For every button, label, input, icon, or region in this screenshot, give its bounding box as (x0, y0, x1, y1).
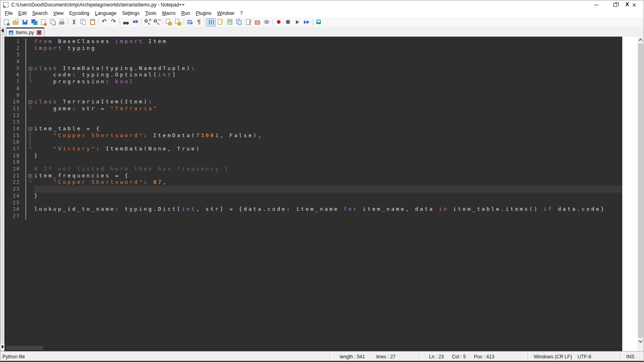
cut-button[interactable] (69, 18, 78, 27)
line-text[interactable]: from BaseClasses import Item (34, 38, 622, 45)
menu-help[interactable]: ? (237, 10, 246, 17)
line-text[interactable] (34, 139, 622, 146)
zoom-in-button[interactable] (142, 18, 152, 27)
dock-splitter-rail[interactable] (0, 27, 4, 351)
macro-record-button[interactable] (274, 18, 283, 27)
status-insert-mode[interactable]: INS (620, 353, 644, 361)
line-text[interactable]: } (34, 193, 622, 200)
code-editor[interactable]: 1from BaseClasses import Item2import typ… (4, 37, 622, 345)
line-text[interactable] (34, 58, 622, 65)
save-file-button[interactable] (20, 18, 29, 27)
line-text[interactable] (34, 92, 622, 99)
document-list-button[interactable] (234, 18, 244, 27)
code-line-27: 27 (4, 213, 622, 220)
fold-collapse-icon[interactable] (29, 67, 32, 70)
vertical-scrollbar[interactable] (638, 37, 644, 345)
line-text[interactable]: "Copper Shortsword": ItemData(73001, Fal… (34, 132, 622, 139)
line-text[interactable]: import typing (34, 45, 622, 52)
line-text[interactable]: class TerrariaItem(Item): (34, 99, 622, 105)
close-file-button[interactable] (39, 18, 48, 27)
line-text[interactable]: # If not listed here then has frequency … (34, 166, 622, 173)
menu-macro[interactable]: Macro (159, 10, 178, 17)
minimize-button[interactable] (587, 0, 606, 9)
monitoring-button[interactable] (262, 18, 271, 27)
menu-search[interactable]: Search (29, 10, 50, 17)
word-wrap-button[interactable] (185, 18, 194, 27)
menubar-close-icon[interactable]: X (625, 2, 629, 7)
print-button[interactable] (57, 18, 66, 27)
zoom-out-button[interactable] (152, 18, 161, 27)
find-button[interactable] (121, 18, 130, 27)
copy-button[interactable] (78, 18, 88, 27)
close-all-button[interactable] (48, 18, 57, 27)
line-text[interactable] (34, 85, 622, 92)
vertical-scrollbar-thumb[interactable] (638, 43, 643, 338)
line-text[interactable] (34, 159, 622, 166)
line-text[interactable]: code: typing.Optional[int] (34, 72, 622, 78)
line-text[interactable]: progression: bool (34, 78, 622, 85)
fold-collapse-icon[interactable] (29, 100, 32, 104)
macro-run-multiple-button[interactable] (302, 18, 311, 27)
function-completion-button[interactable] (216, 18, 225, 27)
show-all-characters-button[interactable] (194, 18, 204, 27)
line-text[interactable]: class ItemData(typing.NamedTuple): (34, 65, 622, 72)
line-text[interactable]: item_table = { (34, 125, 622, 132)
line-text[interactable]: lookup_id_to_name: typing.Dict[int, str]… (34, 206, 622, 213)
menu-window[interactable]: Window (215, 10, 237, 17)
line-text[interactable] (34, 51, 622, 58)
status-encoding[interactable]: UTF-8 (572, 353, 620, 361)
undo-button[interactable] (100, 18, 109, 27)
folder-as-workspace-button[interactable] (253, 18, 262, 27)
menu-plugins[interactable]: Plugins (193, 10, 214, 17)
menu-encoding[interactable]: Encoding (66, 10, 92, 17)
tab-close-icon[interactable]: × (37, 30, 41, 35)
scroll-up-icon[interactable] (639, 39, 643, 43)
paste-button[interactable] (88, 18, 97, 27)
status-eol-format[interactable]: Windows (CR LF) (528, 353, 572, 361)
line-text[interactable]: } (34, 152, 622, 159)
menu-settings[interactable]: Settings (119, 10, 142, 17)
fold-margin-marker[interactable] (25, 65, 34, 72)
menu-run[interactable]: Run (178, 10, 193, 17)
fold-margin-marker[interactable] (25, 125, 34, 132)
show-indent-guide-button[interactable] (206, 18, 216, 27)
menu-edit[interactable]: Edit (15, 10, 29, 17)
line-text[interactable] (34, 119, 622, 125)
save-all-button[interactable] (29, 18, 39, 27)
restore-button[interactable] (606, 0, 625, 9)
macro-stop-button[interactable] (283, 18, 293, 27)
document-map-button[interactable] (225, 18, 234, 27)
macro-save-button[interactable] (314, 18, 323, 27)
tab-items-py[interactable]: Items.py × (6, 27, 44, 37)
line-text[interactable]: "Copper Shortsword": 87, (34, 179, 622, 186)
line-text[interactable] (34, 200, 622, 206)
rail-collapse-left-icon[interactable] (1, 29, 4, 33)
sync-vertical-scroll-button[interactable] (164, 18, 173, 27)
line-text[interactable]: game: str = "Terraria" (34, 105, 622, 112)
new-file-button[interactable] (2, 18, 11, 27)
function-list-button[interactable] (244, 18, 253, 27)
menu-view[interactable]: View (50, 10, 66, 17)
redo-button[interactable] (109, 18, 118, 27)
menu-file[interactable]: File (2, 10, 15, 17)
menu-language[interactable]: Language (92, 10, 119, 17)
fold-margin-marker[interactable] (25, 173, 34, 179)
fold-collapse-icon[interactable] (29, 127, 32, 131)
fold-collapse-icon[interactable] (29, 174, 32, 178)
line-text[interactable] (34, 213, 622, 220)
current-line-text[interactable] (34, 186, 622, 193)
line-text[interactable] (34, 112, 622, 119)
menu-tools[interactable]: Tools (142, 10, 159, 17)
line-text[interactable]: item_frequencies = { (34, 173, 622, 179)
window-title: C:\Users\Dood\Documents\tmp\Archipelago\… (11, 2, 185, 8)
rail-expand-right-icon[interactable] (0, 344, 4, 350)
sync-horizontal-scroll-button[interactable] (173, 18, 182, 27)
fold-margin-marker[interactable] (25, 99, 34, 105)
horizontal-scrollbar-thumb[interactable] (6, 346, 43, 350)
open-file-button[interactable] (11, 18, 20, 27)
replace-button[interactable] (130, 18, 140, 27)
horizontal-scrollbar[interactable] (4, 345, 622, 351)
scroll-down-icon[interactable] (639, 339, 643, 343)
line-text[interactable]: "Victory": ItemData(None, True) (34, 146, 622, 152)
macro-play-button[interactable] (293, 18, 302, 27)
